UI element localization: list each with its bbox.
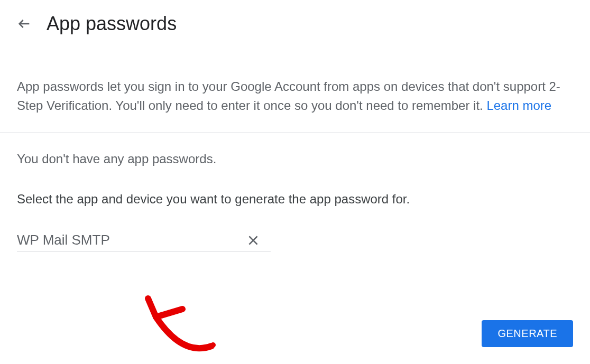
clear-input-icon[interactable] (246, 234, 260, 247)
no-passwords-message: You don't have any app passwords. (17, 152, 573, 166)
description-body: App passwords let you sign in to your Go… (17, 79, 560, 113)
learn-more-link[interactable]: Learn more (486, 98, 551, 113)
annotation-arrow-icon (119, 285, 225, 359)
page-header: App passwords (0, 0, 590, 45)
app-name-input-row (17, 232, 271, 252)
svg-point-3 (210, 342, 216, 348)
content-area: You don't have any app passwords. Select… (0, 133, 590, 271)
page-title: App passwords (47, 13, 177, 35)
description-text: App passwords let you sign in to your Go… (0, 45, 590, 133)
generate-button[interactable]: GENERATE (482, 320, 573, 347)
select-instruction: Select the app and device you want to ge… (17, 192, 573, 207)
app-name-input[interactable] (17, 232, 246, 248)
back-arrow-icon[interactable] (17, 16, 32, 31)
